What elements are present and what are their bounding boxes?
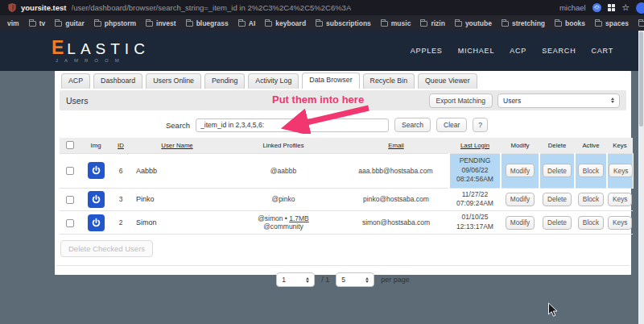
bookmark-star-icon[interactable]: ☆ — [621, 3, 630, 12]
block-button[interactable]: Block — [578, 193, 604, 206]
bookmark-item-vim[interactable]: vim — [7, 19, 19, 27]
keys-button[interactable]: Keys — [609, 164, 633, 177]
bookmark-item-keyboard[interactable]: keyboard — [265, 19, 306, 27]
keys-button[interactable]: Keys — [608, 193, 632, 206]
bookmark-item-rizin[interactable]: rizin — [420, 19, 444, 27]
bookmark-item-tv[interactable]: tv — [29, 19, 46, 27]
site-logo[interactable]: ELASTIC JAMROOM — [52, 39, 150, 63]
select-all-header[interactable] — [60, 138, 80, 153]
col-header-email[interactable]: Email — [343, 138, 449, 153]
col-header-last-login[interactable]: Last Login — [449, 138, 501, 153]
export-target-select[interactable]: Users — [497, 93, 620, 108]
profile-size-link[interactable]: 1.7MB — [289, 214, 309, 222]
bookmark-item-ai[interactable]: AI — [238, 19, 256, 27]
folder-icon — [316, 21, 323, 27]
bookmark-item-books[interactable]: books — [555, 19, 585, 27]
nav-link-apples[interactable]: APPLES — [411, 47, 443, 55]
pagination-divider — [56, 265, 630, 266]
row-checkbox[interactable] — [66, 196, 74, 204]
folder-icon — [638, 21, 644, 27]
logo-letter: E — [52, 37, 67, 58]
bookmark-item-youtube[interactable]: youtube — [455, 19, 492, 27]
tab-users-online[interactable]: Users Online — [146, 73, 201, 89]
bookmark-item-invest[interactable]: invest — [146, 19, 176, 27]
bookmark-item-mac[interactable]: mac — [638, 19, 644, 27]
nav-link-search[interactable]: SEARCH — [542, 47, 576, 55]
col-header-user-name[interactable]: User Name — [130, 138, 224, 153]
browser-url-bar[interactable]: yoursite.test /user/dashboard/browser/se… — [0, 0, 644, 15]
select-arrows-icon — [306, 277, 309, 283]
folder-icon — [94, 21, 101, 27]
select-arrows-icon — [365, 277, 369, 283]
browser-avatar[interactable] — [636, 2, 644, 14]
user-power-icon[interactable] — [88, 191, 105, 208]
site-header: ELASTIC JAMROOM APPLES MICHAEL ACP SEARC… — [0, 31, 644, 71]
per-page-select[interactable]: 5 — [336, 272, 374, 287]
col-header-id[interactable]: ID — [111, 138, 130, 153]
clear-button[interactable]: Clear — [436, 118, 467, 132]
nav-link-acp[interactable]: ACP — [510, 47, 526, 55]
row-checkbox[interactable] — [66, 167, 74, 175]
login-status: PENDING — [451, 156, 499, 166]
user-power-icon[interactable] — [88, 214, 105, 231]
search-button[interactable]: Search — [394, 118, 431, 132]
bookmark-item-spaces[interactable]: spaces — [595, 19, 629, 27]
folder-icon — [238, 21, 246, 27]
bookmark-item-guitar[interactable]: guitar — [55, 19, 85, 27]
tab-queue-viewer[interactable]: Queue Viewer — [418, 73, 477, 89]
bookmark-item-phpstorm[interactable]: phpstorm — [94, 19, 136, 27]
last-login-cell: 11/27/22 07:09:24AM — [449, 188, 501, 211]
nav-link-michael[interactable]: MICHAEL — [458, 47, 495, 55]
fingerprint-icon[interactable] — [592, 3, 601, 12]
last-login-cell: 01/10/25 12:13:17AM — [449, 211, 501, 235]
folder-icon — [186, 21, 193, 27]
browser-profile-name[interactable]: michael — [559, 3, 586, 12]
annotation-text: Put them into here — [272, 93, 364, 106]
row-checkbox[interactable] — [66, 219, 74, 227]
delete-checked-users-button[interactable]: Delete Checked Users — [60, 240, 153, 257]
select-all-checkbox[interactable] — [66, 141, 74, 149]
delete-button[interactable]: Delete — [543, 193, 572, 206]
bookmark-item-stretching[interactable]: stretching — [502, 19, 545, 27]
tab-acp[interactable]: ACP — [61, 73, 90, 89]
page-select[interactable]: 1 — [276, 272, 315, 287]
site-security-shield-icon — [8, 3, 16, 12]
table-header-row: Img ID User Name Linked Profiles Email L… — [60, 138, 633, 153]
modify-button[interactable]: Modify — [506, 164, 535, 177]
user-id: 3 — [111, 188, 130, 211]
user-email: pinko@hostsaba.com — [343, 188, 449, 211]
col-header-keys: Keys — [607, 138, 633, 153]
tab-activity-log[interactable]: Activity Log — [248, 73, 299, 89]
tab-pending[interactable]: Pending — [204, 73, 245, 89]
modify-button[interactable]: Modify — [506, 193, 535, 206]
tab-recycle-bin[interactable]: Recycle Bin — [363, 73, 415, 89]
users-table: Img ID User Name Linked Profiles Email L… — [60, 138, 634, 235]
page-scrollbar[interactable] — [638, 31, 644, 324]
user-name: Aabbb — [130, 153, 224, 188]
export-matching-button[interactable]: Export Matching — [429, 93, 493, 108]
scrollbar-thumb[interactable] — [639, 31, 643, 127]
delete-button[interactable]: Delete — [543, 164, 572, 177]
col-header-img: Img — [80, 138, 111, 153]
tab-dashboard[interactable]: Dashboard — [93, 73, 142, 89]
url-path: /user/dashboard/browser/search_string=_i… — [72, 3, 352, 12]
block-button[interactable]: Block — [578, 216, 604, 230]
tab-data-browser[interactable]: Data Browser — [302, 73, 359, 89]
annotation-arrow-icon — [279, 105, 377, 134]
total-pages-label: / 1 — [321, 276, 329, 284]
help-button[interactable]: ? — [473, 118, 488, 132]
nav-link-cart[interactable]: CART — [591, 47, 613, 55]
extensions-grid-icon[interactable] — [608, 4, 616, 12]
user-power-icon[interactable] — [88, 162, 105, 179]
search-label: Search — [166, 121, 190, 130]
bookmark-item-bluegrass[interactable]: bluegrass — [186, 19, 229, 27]
bookmark-item-subscriptions[interactable]: subscriptions — [316, 19, 371, 27]
keys-button[interactable]: Keys — [608, 216, 632, 230]
block-button[interactable]: Block — [578, 164, 604, 177]
select-arrows-icon — [611, 98, 614, 103]
delete-button[interactable]: Delete — [543, 216, 572, 230]
folder-icon — [455, 21, 462, 27]
bookmark-item-music[interactable]: music — [381, 19, 411, 27]
modify-button[interactable]: Modify — [506, 216, 535, 230]
table-row: 2 Simon @simon • 1.7MB @community simon@… — [60, 211, 633, 235]
